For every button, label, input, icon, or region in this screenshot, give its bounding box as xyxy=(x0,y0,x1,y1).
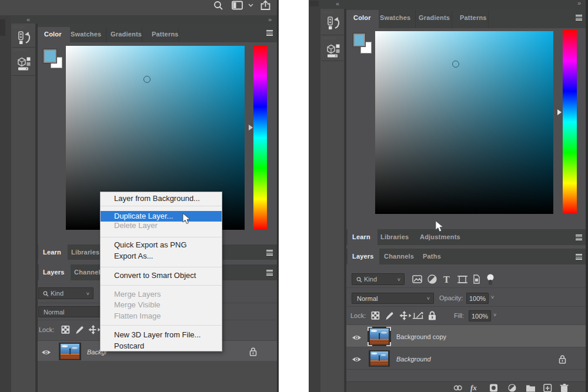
svg-text:fx: fx xyxy=(470,384,477,392)
svg-text:T: T xyxy=(443,274,450,284)
